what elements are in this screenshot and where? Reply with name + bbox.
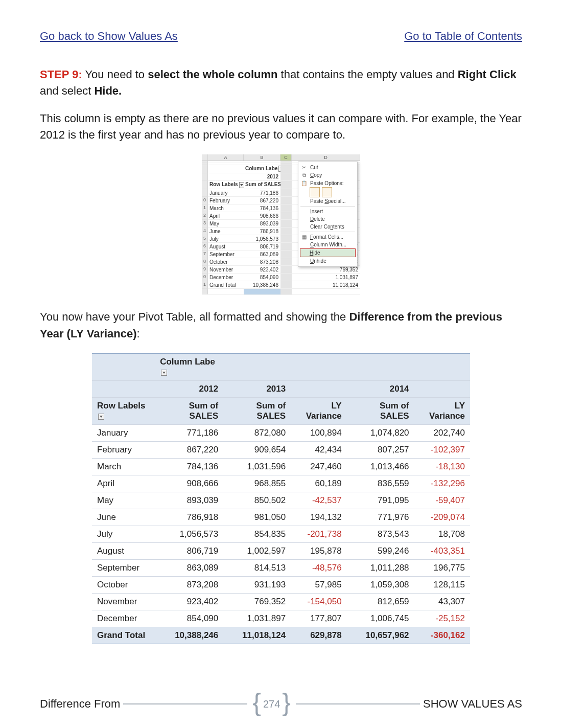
result-paragraph: You now have your Pivot Table, all forma… — [40, 308, 522, 342]
month-cell: June — [208, 228, 244, 235]
ctx-insert[interactable]: Insert — [298, 208, 357, 215]
link-toc[interactable]: Go to Table of Contents — [404, 30, 522, 43]
row-labels-dropdown-icon[interactable] — [239, 182, 244, 188]
scissors-icon: ✂ — [300, 165, 308, 170]
context-menu: ✂Cut ⧉Copy 📋Paste Options: Paste Special… — [298, 162, 358, 267]
table-row: September863,089814,513-48,5761,011,2881… — [92, 560, 470, 577]
paste-option-2-icon[interactable] — [322, 187, 332, 197]
explanation-paragraph: This column is empty as there are no pre… — [40, 110, 522, 143]
table-row: June786,918981,050194,132771,976-209,074 — [92, 509, 470, 526]
ctx-unhide[interactable]: Unhide — [298, 257, 357, 265]
month-cell: January — [208, 189, 244, 197]
sales-cell: 771,186 — [244, 189, 280, 197]
month-cell: July — [208, 235, 244, 243]
month-cell: May — [208, 220, 244, 228]
sales-cell: 863,089 — [244, 251, 280, 258]
month-cell: October — [208, 258, 244, 266]
month-cell: September — [208, 251, 244, 258]
footer-right: SHOW VALUES AS — [423, 697, 522, 711]
month-cell: February — [208, 197, 244, 204]
table-row: January771,186872,080100,8941,074,820202… — [92, 425, 470, 442]
pt2-row-labels-dropdown-icon[interactable] — [98, 414, 104, 420]
sales-cell: 873,208 — [244, 258, 280, 266]
ctx-copy[interactable]: ⧉Copy — [298, 171, 357, 179]
sales-cell: 893,039 — [244, 220, 280, 228]
month-cell: December — [208, 274, 244, 281]
month-cell: November — [208, 266, 244, 274]
table-row: August806,7191,002,597195,878599,246-403… — [92, 543, 470, 560]
ctx-paste-options-label: 📋Paste Options: — [298, 179, 357, 187]
month-cell: March — [208, 204, 244, 212]
table-row: July1,056,573854,835-201,738873,54318,70… — [92, 526, 470, 543]
table-row: April908,666968,85560,189836,559-132,296 — [92, 475, 470, 492]
month-cell: August — [208, 243, 244, 251]
step-label: STEP 9: — [40, 68, 82, 81]
pt2-column-labels-dropdown-icon[interactable] — [161, 370, 167, 376]
step-paragraph: STEP 9: You need to select the whole col… — [40, 66, 522, 99]
ctx-format-cells[interactable]: ▦Format Cells... — [298, 233, 357, 241]
sales-cell: 784,136 — [244, 204, 280, 212]
ctx-paste-special[interactable]: Paste Special... — [298, 197, 357, 205]
table-row: March784,1361,031,596247,4601,013,466-18… — [92, 459, 470, 475]
figure-excel-contextmenu: A B C D Column Labe 2012 Row Labels Sum … — [202, 154, 360, 295]
sales-cell: 908,666 — [244, 212, 280, 220]
page-number: 274 — [263, 698, 280, 710]
paste-option-1-icon[interactable] — [310, 187, 320, 197]
sales-cell: 867,220 — [244, 197, 280, 204]
link-back[interactable]: Go back to Show Values As — [40, 30, 178, 43]
table-row: November923,402769,352-154,050812,65943,… — [92, 594, 470, 610]
column-labels-dropdown-icon[interactable] — [278, 166, 280, 172]
value-cell: 769,352 — [292, 266, 360, 274]
sales-cell: 806,719 — [244, 243, 280, 251]
table-row: May893,039850,502-42,537791,095-59,407 — [92, 492, 470, 509]
ctx-delete[interactable]: Delete — [298, 215, 357, 223]
footer-left: Difference From — [40, 697, 120, 711]
table-row: December854,0901,031,897177,8071,006,745… — [92, 610, 470, 627]
value-cell: 1,031,897 — [292, 274, 360, 281]
format-icon: ▦ — [300, 234, 308, 240]
ctx-column-width[interactable]: Column Width... — [298, 241, 357, 248]
sales-cell: 1,056,573 — [244, 235, 280, 243]
ctx-hide[interactable]: Hide — [300, 248, 356, 257]
table-row: October873,208931,19357,9851,059,308128,… — [92, 577, 470, 594]
ctx-cut[interactable]: ✂Cut — [298, 164, 357, 171]
month-cell: April — [208, 212, 244, 220]
clipboard-icon: 📋 — [300, 180, 308, 186]
copy-icon: ⧉ — [300, 172, 308, 178]
sales-cell: 786,918 — [244, 228, 280, 235]
pivot-table-result: Column Labe 2012 2013 2014 Row Labels Su… — [92, 353, 470, 644]
sales-cell: 854,090 — [244, 274, 280, 281]
sales-cell: 923,402 — [244, 266, 280, 274]
table-row: February867,220909,65442,434807,257-102,… — [92, 442, 470, 459]
page-footer: Difference From {274} SHOW VALUES AS — [40, 697, 522, 711]
ctx-clear-contents[interactable]: Clear Contents — [298, 223, 357, 231]
